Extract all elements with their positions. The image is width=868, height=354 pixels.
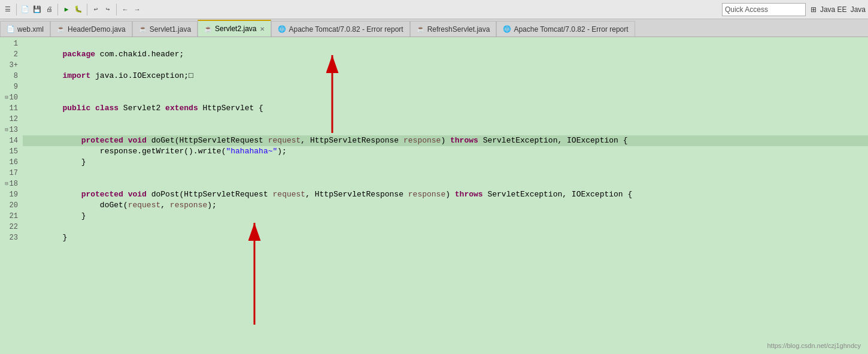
menu-icon[interactable]: ☰: [2, 4, 13, 15]
web-xml-icon: 📄: [7, 25, 15, 33]
quick-access-label: Quick Access: [725, 5, 768, 14]
line-num-11: 11: [1, 103, 20, 114]
line-num-3: 3+: [1, 60, 20, 71]
code-line-23: [23, 232, 868, 243]
forward-icon[interactable]: →: [132, 4, 142, 15]
code-line-21: [23, 211, 868, 222]
line-num-18: ⊟18: [1, 178, 20, 189]
code-line-9: [23, 81, 868, 92]
code-lines[interactable]: package com.chakid.header; import java.i…: [23, 37, 868, 354]
code-line-18: protected void doPost(HttpServletRequest…: [23, 178, 868, 189]
tab-servlet2-close[interactable]: ✕: [260, 26, 265, 32]
line-num-16: 16: [1, 157, 20, 168]
line-num-22: 22: [1, 222, 20, 232]
tab-bar: 📄 web.xml ☕ HeaderDemo.java ☕ Servlet1.j…: [0, 19, 868, 37]
perspective-icon: ⊞: [811, 5, 817, 14]
tab-header-demo-label: HeaderDemo.java: [68, 25, 126, 34]
undo-icon[interactable]: ↩: [90, 4, 101, 15]
java-label[interactable]: Java: [851, 5, 866, 14]
line-num-14: 14: [1, 135, 20, 146]
tab-refresh-servlet-label: RefreshServlet.java: [427, 25, 490, 34]
code-line-16: [23, 157, 868, 168]
line-num-2: 2: [1, 49, 20, 60]
separator-2: [57, 4, 58, 16]
perspective-controls: ⊞ Java EE Java: [811, 5, 866, 14]
quick-access-input[interactable]: Quick Access: [722, 3, 806, 16]
tab-web-xml-label: web.xml: [17, 25, 44, 34]
watermark: https://blog.csdn.net/czj1ghndcy: [767, 342, 861, 349]
code-line-17: [23, 168, 868, 178]
back-icon[interactable]: ←: [120, 4, 130, 15]
line-num-20: 20: [1, 200, 20, 211]
tab-tomcat-error2-label: Apache Tomcat/7.0.82 - Error report: [514, 25, 628, 34]
run-icon[interactable]: ▶: [61, 4, 72, 15]
code-line-1: package com.chakid.header;: [23, 38, 868, 49]
line-num-9: 9: [1, 81, 20, 92]
line-num-10: ⊟10: [1, 92, 20, 103]
line-num-19: 19: [1, 189, 20, 200]
code-line-13: protected void doGet(HttpServletRequest …: [23, 125, 868, 135]
print-icon[interactable]: 🖨: [44, 4, 54, 15]
tab-servlet1[interactable]: ☕ Servlet1.java: [132, 21, 198, 37]
new-icon[interactable]: 📄: [20, 4, 31, 15]
tomcat2-icon: 🌐: [503, 25, 511, 33]
tab-servlet2[interactable]: ☕ Servlet2.java ✕: [198, 20, 271, 37]
code-editor: 1 2 3+ 8 9 ⊟10 11 12 ⊟13 14 15 16 17 ⊟18…: [0, 37, 868, 354]
separator-3: [87, 4, 87, 16]
servlet2-icon: ☕: [204, 25, 213, 33]
line-num-12: 12: [1, 114, 20, 125]
line-num-1: 1: [1, 38, 20, 49]
code-line-3: import java.io.IOException;□: [23, 60, 868, 71]
line-numbers: 1 2 3+ 8 9 ⊟10 11 12 ⊟13 14 15 16 17 ⊟18…: [0, 37, 23, 354]
servlet1-icon: ☕: [139, 25, 147, 33]
tab-header-demo[interactable]: ☕ HeaderDemo.java: [50, 21, 132, 37]
line-num-17: 17: [1, 168, 20, 178]
debug-icon[interactable]: 🐛: [73, 4, 84, 15]
refresh-servlet-icon: ☕: [417, 25, 425, 33]
tab-web-xml[interactable]: 📄 web.xml: [0, 21, 50, 37]
line-num-15: 15: [1, 146, 20, 157]
tab-servlet1-label: Servlet1.java: [150, 25, 191, 34]
header-demo-icon: ☕: [57, 25, 65, 33]
tab-tomcat-error2[interactable]: 🌐 Apache Tomcat/7.0.82 - Error report: [496, 21, 635, 37]
line-num-8: 8: [1, 71, 20, 81]
line-num-21: 21: [1, 211, 20, 222]
tomcat1-icon: 🌐: [278, 25, 286, 33]
code-line-10: public class Servlet2 extends HttpServle…: [23, 92, 868, 103]
java-ee-label[interactable]: Java EE: [820, 5, 847, 14]
code-line-22: }: [23, 222, 868, 232]
tab-refresh-servlet[interactable]: ☕ RefreshServlet.java: [410, 21, 497, 37]
redo-icon[interactable]: ↪: [102, 4, 113, 15]
code-line-12: [23, 114, 868, 125]
line-num-13: ⊟13: [1, 125, 20, 135]
tab-tomcat-error1[interactable]: 🌐 Apache Tomcat/7.0.82 - Error report: [271, 21, 409, 37]
toolbar: ☰ 📄 💾 🖨 ▶ 🐛 ↩ ↪ ← → Quick Access ⊞ Java …: [0, 0, 868, 19]
separator-1: [16, 4, 17, 16]
separator-4: [116, 4, 117, 16]
code-area: 1 2 3+ 8 9 ⊟10 11 12 ⊟13 14 15 16 17 ⊟18…: [0, 37, 868, 354]
line-num-23: 23: [1, 232, 20, 243]
tab-servlet2-label: Servlet2.java: [215, 25, 256, 33]
save-icon[interactable]: 💾: [32, 4, 43, 15]
tab-tomcat-error1-label: Apache Tomcat/7.0.82 - Error report: [289, 25, 403, 34]
